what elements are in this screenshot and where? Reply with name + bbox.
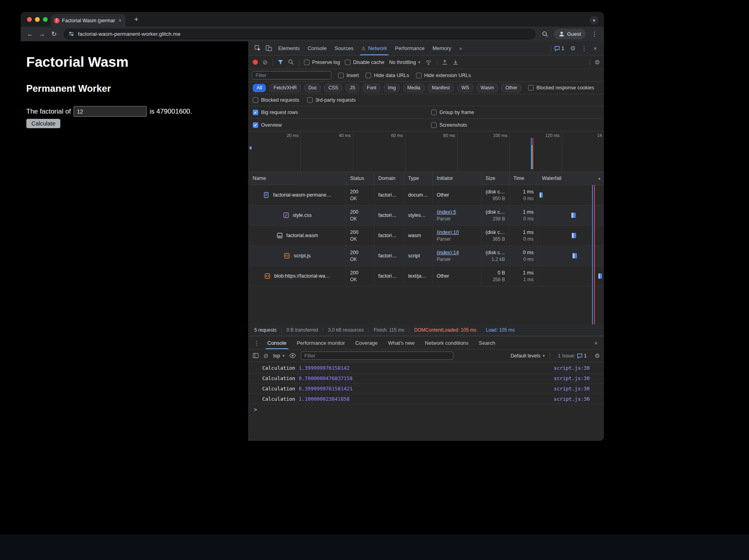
chip-img[interactable]: Img: [384, 84, 400, 92]
throttling-select[interactable]: No throttling ▾: [389, 60, 420, 65]
chip-all[interactable]: All: [253, 84, 266, 92]
column-header-waterfall[interactable]: Waterfall ▲: [538, 172, 604, 185]
search-network-icon[interactable]: [288, 59, 294, 65]
big-request-rows-checkbox[interactable]: Big request rows: [253, 110, 298, 115]
initiator-link[interactable]: (index):14: [437, 250, 477, 255]
hide-data-urls-checkbox[interactable]: Hide data URLs: [366, 73, 409, 78]
blocked-requests-checkbox[interactable]: Blocked requests: [253, 97, 299, 103]
drawer-tab-search[interactable]: Search: [474, 336, 500, 349]
chip-css[interactable]: CSS: [324, 84, 342, 92]
disable-cache-checkbox[interactable]: Disable cache: [345, 60, 385, 65]
chip-font[interactable]: Font: [363, 84, 380, 92]
console-issues-counter[interactable]: 1 Issue: 1: [555, 353, 590, 359]
import-har-icon[interactable]: [442, 59, 448, 65]
clear-console-icon[interactable]: ⊘: [263, 353, 269, 359]
blocked-response-cookies-checkbox[interactable]: Blocked response cookies: [528, 85, 594, 91]
tab-console[interactable]: Console: [304, 41, 331, 55]
initiator-link[interactable]: (index):5: [437, 209, 477, 215]
profile-button[interactable]: Guest: [554, 29, 586, 39]
drawer-tab-network-conditions[interactable]: Network conditions: [420, 336, 474, 349]
source-link[interactable]: script.js:30: [554, 365, 590, 371]
hide-extension-urls-checkbox[interactable]: Hide extension URLs: [416, 73, 471, 78]
invert-checkbox[interactable]: Invert: [338, 73, 359, 78]
record-network-log-icon[interactable]: [253, 60, 258, 65]
live-expression-eye-icon[interactable]: [289, 353, 296, 358]
close-window-button[interactable]: [27, 17, 32, 22]
export-har-icon[interactable]: [453, 59, 459, 65]
new-tab-button[interactable]: +: [131, 14, 141, 25]
console-levels-select[interactable]: Default levels ▾: [511, 353, 545, 359]
request-row-wasm[interactable]: WA factorial.wasm 200OK factori… wasm (i…: [249, 226, 604, 246]
source-link[interactable]: script.js:30: [554, 386, 590, 392]
browser-menu-icon[interactable]: ⋮: [589, 29, 600, 40]
devtools-settings-icon[interactable]: ⚙: [567, 43, 579, 54]
inspect-element-icon[interactable]: [252, 43, 263, 54]
overview-checkbox[interactable]: Overview: [253, 122, 282, 128]
factorial-input[interactable]: [74, 106, 147, 117]
chip-media[interactable]: Media: [403, 84, 424, 92]
request-row-script[interactable]: script.js 200OK factori… script (index):…: [249, 246, 604, 266]
group-by-frame-checkbox[interactable]: Group by frame: [431, 110, 474, 115]
tab-performance[interactable]: Performance: [391, 41, 428, 55]
chip-ws[interactable]: WS: [457, 84, 473, 92]
browser-tab[interactable]: ! Factorial Wasm (permanent W ×: [51, 14, 126, 27]
tab-memory[interactable]: Memory: [428, 41, 455, 55]
zoom-window-button[interactable]: [43, 17, 48, 22]
filter-funnel-icon[interactable]: [278, 60, 283, 65]
drawer-tab-console[interactable]: Console: [262, 336, 292, 349]
more-tabs-icon[interactable]: »: [455, 43, 466, 54]
request-row-blob[interactable]: blob:https://factorial-wa… 200OK factori…: [249, 266, 604, 286]
chip-manifest[interactable]: Manifest: [428, 84, 454, 92]
drawer-tab-whats-new[interactable]: What's new: [383, 336, 420, 349]
chip-wasm[interactable]: Wasm: [477, 84, 498, 92]
source-link[interactable]: script.js:30: [554, 396, 590, 402]
minimize-window-button[interactable]: [35, 17, 40, 22]
column-header-status[interactable]: Status: [346, 172, 374, 185]
site-settings-icon[interactable]: [68, 31, 74, 37]
third-party-requests-checkbox[interactable]: 3rd-party requests: [307, 97, 356, 103]
chip-other[interactable]: Other: [501, 84, 521, 92]
tab-elements[interactable]: Elements: [274, 41, 304, 55]
network-settings-icon[interactable]: ⚙: [595, 59, 600, 65]
drawer-menu-icon[interactable]: ⋮: [251, 338, 262, 348]
column-header-type[interactable]: Type: [404, 172, 433, 185]
network-filter-input[interactable]: [252, 71, 331, 79]
clear-network-log-icon[interactable]: ⊘: [263, 59, 268, 65]
chip-js[interactable]: JS: [346, 84, 359, 92]
url-bar[interactable]: factorial-wasm-permanent-worker.glitch.m…: [64, 29, 536, 40]
column-header-size[interactable]: Size: [482, 172, 509, 185]
reload-button[interactable]: ↻: [48, 29, 60, 40]
console-settings-icon[interactable]: ⚙: [595, 353, 600, 359]
devtools-close-icon[interactable]: ×: [590, 43, 601, 54]
column-header-time[interactable]: Time: [509, 172, 538, 185]
preserve-log-checkbox[interactable]: Preserve log: [304, 60, 340, 65]
chip-doc[interactable]: Doc: [304, 84, 321, 92]
tab-network[interactable]: ⚠ Network: [358, 41, 391, 55]
console-filter-input[interactable]: [301, 351, 453, 360]
tab-search-chevron-icon[interactable]: ▾: [590, 16, 598, 25]
chip-fetch-xhr[interactable]: Fetch/XHR: [269, 84, 301, 92]
column-header-name[interactable]: Name: [249, 172, 346, 185]
request-row-document[interactable]: factorial-wasm-permane… 200OK factori… d…: [249, 185, 604, 205]
network-conditions-icon[interactable]: [425, 60, 432, 65]
console-context-select[interactable]: top ▾: [273, 353, 285, 359]
initiator-link[interactable]: (index):10: [437, 230, 477, 235]
calculate-button[interactable]: Calculate: [26, 119, 60, 128]
forward-button[interactable]: →: [37, 29, 48, 40]
source-link[interactable]: script.js:30: [554, 375, 590, 381]
device-toolbar-icon[interactable]: [263, 43, 274, 54]
back-button[interactable]: ←: [25, 29, 36, 40]
drawer-close-icon[interactable]: ×: [590, 338, 602, 348]
screenshots-checkbox[interactable]: Screenshots: [431, 122, 467, 128]
column-header-domain[interactable]: Domain: [374, 172, 404, 185]
tab-close-icon[interactable]: ×: [118, 17, 122, 23]
console-prompt[interactable]: >: [249, 404, 604, 415]
issues-counter[interactable]: 1: [551, 46, 567, 51]
column-header-initiator[interactable]: Initiator: [433, 172, 482, 185]
network-overview-timeline[interactable]: 20 ms 40 ms 60 ms 80 ms 100 ms 120 ms 14: [249, 131, 604, 172]
devtools-menu-icon[interactable]: ⋮: [579, 43, 590, 54]
drawer-tab-coverage[interactable]: Coverage: [350, 336, 383, 349]
request-row-stylesheet[interactable]: style.css 200OK factori… styles… (index)…: [249, 205, 604, 226]
tab-sources[interactable]: Sources: [331, 41, 358, 55]
drawer-tab-performance-monitor[interactable]: Performance monitor: [292, 336, 350, 349]
